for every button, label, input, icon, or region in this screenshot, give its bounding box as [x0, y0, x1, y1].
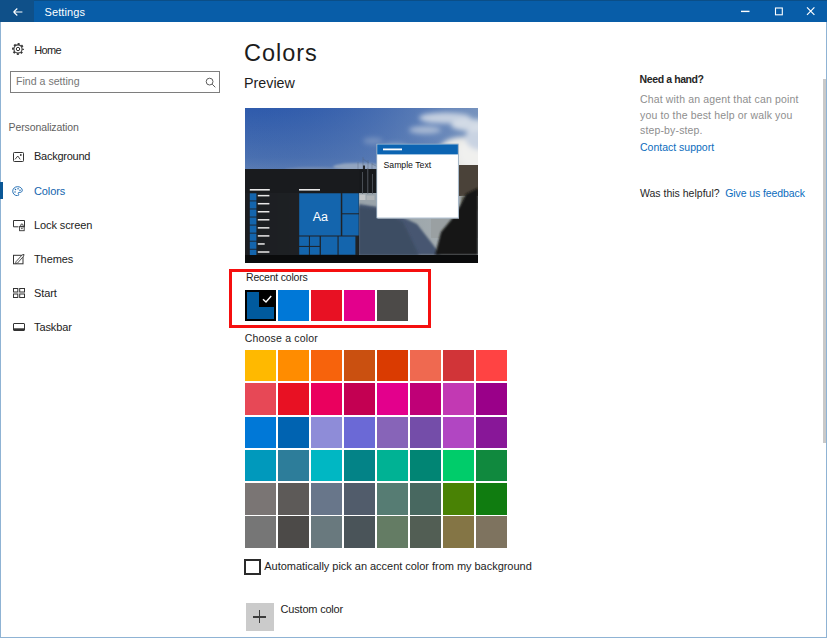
svg-text:Aa: Aa — [313, 210, 328, 224]
svg-text:Sample Text: Sample Text — [384, 160, 432, 170]
